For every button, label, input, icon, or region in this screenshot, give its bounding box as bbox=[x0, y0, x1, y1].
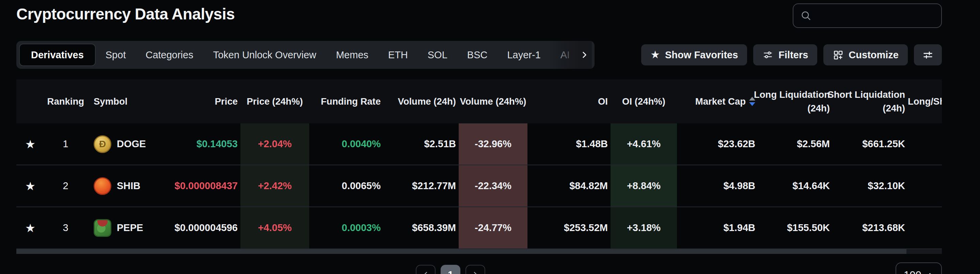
tab-layer-1[interactable]: Layer-1 bbox=[497, 44, 550, 66]
col-header-short-liquidation[interactable]: Short Liquidation (24h) bbox=[832, 80, 908, 123]
col-header-ranking[interactable]: Ranking bbox=[44, 80, 87, 123]
short-liquidation-cell: $32.10K bbox=[832, 165, 908, 207]
long-short-cell bbox=[908, 123, 942, 165]
chevron-right-icon bbox=[580, 51, 589, 59]
star-icon: ★ bbox=[651, 49, 660, 60]
filters-label: Filters bbox=[778, 49, 808, 61]
long-liquidation-cell: $14.64K bbox=[758, 165, 832, 207]
long-short-cell bbox=[908, 207, 942, 249]
tab-derivatives[interactable]: Derivatives bbox=[19, 44, 96, 66]
funding-rate-cell: 0.0040% bbox=[309, 123, 383, 165]
col-header-long-short[interactable]: Long/Short bbox=[908, 80, 942, 123]
symbol-label: SHIB bbox=[117, 180, 140, 191]
table-row-doge[interactable]: ★ 1 Ð DOGE $0.14053 +2.04% 0.0040% $2.51… bbox=[16, 123, 942, 165]
favorite-star-icon[interactable]: ★ bbox=[16, 165, 44, 207]
funding-rate-cell: 0.0003% bbox=[309, 207, 383, 249]
tab-bar: Derivatives Spot Categories Token Unlock… bbox=[16, 41, 595, 69]
horizontal-scrollbar-thumb[interactable] bbox=[16, 249, 907, 254]
col-header-favorite bbox=[16, 80, 44, 123]
tab-bsc[interactable]: BSC bbox=[457, 44, 498, 66]
table-row-pepe[interactable]: ★ 3 PEPE $0.000004596 +4.05% 0.0003% $65… bbox=[16, 207, 942, 249]
long-liq-line1: Long Liquidation bbox=[754, 88, 830, 102]
tab-spot[interactable]: Spot bbox=[96, 44, 136, 66]
col-header-market-cap[interactable]: Market Cap bbox=[677, 80, 758, 123]
filters-button[interactable]: Filters bbox=[753, 44, 817, 65]
volume-chg-cell: -24.77% bbox=[459, 207, 527, 249]
oi-cell: $84.82M bbox=[527, 165, 611, 207]
col-header-oi-chg[interactable]: OI (24h%) bbox=[611, 80, 677, 123]
price-chg-cell: +2.04% bbox=[240, 123, 309, 165]
tab-categories[interactable]: Categories bbox=[135, 44, 203, 66]
short-liq-line1: Short Liquidation bbox=[827, 88, 905, 102]
crypto-table: Ranking Symbol Price Price (24h%) Fundin… bbox=[16, 80, 942, 249]
symbol-cell: SHIB bbox=[87, 165, 160, 207]
table-row-shib[interactable]: ★ 2 SHIB $0.000008437 +2.42% 0.0065% $21… bbox=[16, 165, 942, 207]
oi-chg-cell: +8.84% bbox=[611, 165, 677, 207]
rank-cell: 1 bbox=[44, 123, 87, 165]
long-short-cell bbox=[908, 165, 942, 207]
search-input[interactable] bbox=[816, 10, 934, 21]
short-liquidation-cell: $661.25K bbox=[832, 123, 908, 165]
volume-cell: $212.77M bbox=[383, 165, 459, 207]
customize-grid-icon bbox=[832, 49, 843, 61]
short-liquidation-cell: $213.68K bbox=[832, 207, 908, 249]
price-chg-cell: +2.42% bbox=[240, 165, 309, 207]
tab-memes[interactable]: Memes bbox=[326, 44, 378, 66]
table-settings-button[interactable] bbox=[914, 44, 942, 65]
market-cap-cell: $4.98B bbox=[677, 165, 758, 207]
col-header-symbol[interactable]: Symbol bbox=[87, 80, 160, 123]
col-header-price-chg[interactable]: Price (24h%) bbox=[240, 80, 309, 123]
pepe-coin-icon bbox=[94, 219, 111, 237]
col-header-price[interactable]: Price bbox=[160, 80, 240, 123]
page-number-button[interactable]: 1 bbox=[441, 265, 460, 274]
favorite-star-icon[interactable]: ★ bbox=[16, 123, 44, 165]
tab-ai[interactable]: AI bbox=[550, 44, 579, 66]
shib-coin-icon bbox=[94, 177, 111, 195]
volume-chg-cell: -22.34% bbox=[459, 165, 527, 207]
oi-chg-cell: +3.18% bbox=[611, 207, 677, 249]
chevron-up-icon bbox=[926, 271, 934, 274]
tab-eth[interactable]: ETH bbox=[378, 44, 418, 66]
rank-cell: 2 bbox=[44, 165, 87, 207]
tab-sol[interactable]: SOL bbox=[418, 44, 457, 66]
market-cap-label: Market Cap bbox=[695, 96, 746, 107]
customize-button[interactable]: Customize bbox=[823, 44, 908, 65]
favorite-star-icon[interactable]: ★ bbox=[16, 207, 44, 249]
horizontal-scrollbar-track[interactable] bbox=[16, 249, 942, 254]
toolbar: ★ Show Favorites Filters bbox=[641, 44, 942, 65]
search-box[interactable] bbox=[793, 3, 942, 28]
volume-cell: $2.51B bbox=[383, 123, 459, 165]
customize-label: Customize bbox=[849, 49, 899, 61]
col-header-oi[interactable]: OI bbox=[527, 80, 611, 123]
oi-cell: $253.52M bbox=[527, 207, 611, 249]
col-header-funding-rate[interactable]: Funding Rate bbox=[309, 80, 383, 123]
symbol-label: DOGE bbox=[117, 139, 146, 150]
col-header-long-liquidation[interactable]: Long Liquidation (24h) bbox=[758, 80, 832, 123]
price-cell: $0.000004596 bbox=[160, 207, 240, 249]
filter-sliders-icon bbox=[762, 49, 773, 61]
show-favorites-button[interactable]: ★ Show Favorites bbox=[641, 44, 747, 65]
market-cap-cell: $1.94B bbox=[677, 207, 758, 249]
tabs-scroll-right-button[interactable] bbox=[577, 41, 592, 69]
adjust-sliders-icon bbox=[922, 49, 934, 61]
sort-desc-icon bbox=[749, 102, 755, 106]
next-page-button[interactable] bbox=[466, 265, 485, 274]
page-size-selector[interactable]: 100 bbox=[896, 263, 942, 274]
doge-coin-icon: Ð bbox=[94, 135, 111, 153]
symbol-cell: Ð DOGE bbox=[87, 123, 160, 165]
tab-token-unlock-overview[interactable]: Token Unlock Overview bbox=[203, 44, 326, 66]
symbol-cell: PEPE bbox=[87, 207, 160, 249]
prev-page-button[interactable] bbox=[416, 265, 436, 274]
funding-rate-cell: 0.0065% bbox=[309, 165, 383, 207]
rank-cell: 3 bbox=[44, 207, 87, 249]
volume-chg-cell: -32.96% bbox=[459, 123, 527, 165]
price-cell: $0.14053 bbox=[160, 123, 240, 165]
search-icon bbox=[800, 10, 812, 21]
col-header-volume-chg[interactable]: Volume (24h%) bbox=[459, 80, 527, 123]
table-header-row: Ranking Symbol Price Price (24h%) Fundin… bbox=[16, 80, 942, 123]
col-header-volume[interactable]: Volume (24h) bbox=[383, 80, 459, 123]
pagination: 1 bbox=[416, 265, 485, 274]
page-size-value: 100 bbox=[904, 269, 921, 274]
volume-cell: $658.39M bbox=[383, 207, 459, 249]
price-chg-cell: +4.05% bbox=[240, 207, 309, 249]
